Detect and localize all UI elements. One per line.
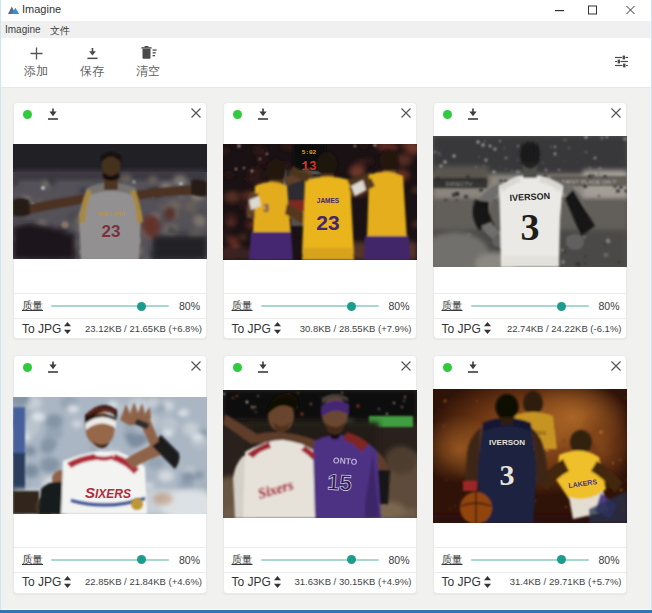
svg-text:5:02: 5:02 (301, 149, 316, 156)
svg-text:THE LAND: THE LAND (97, 211, 125, 217)
svg-text:IVERSON: IVERSON (509, 190, 550, 202)
svg-text:3: 3 (263, 202, 269, 214)
svg-text:23: 23 (316, 211, 339, 234)
svg-text:FIRST PLACE ON T: FIRST PLACE ON T (561, 179, 616, 185)
svg-text:15: 15 (326, 469, 352, 496)
svg-text:JAMES: JAMES (316, 197, 339, 204)
svg-text:3: 3 (520, 206, 539, 248)
svg-text:ONTO: ONTO (332, 455, 357, 467)
svg-text:23: 23 (102, 222, 121, 241)
svg-text:3: 3 (499, 458, 514, 491)
svg-text:IVERSON: IVERSON (488, 438, 524, 447)
svg-text:DIRECTV: DIRECTV (445, 181, 471, 187)
svg-text:SIXERS: SIXERS (85, 484, 131, 501)
